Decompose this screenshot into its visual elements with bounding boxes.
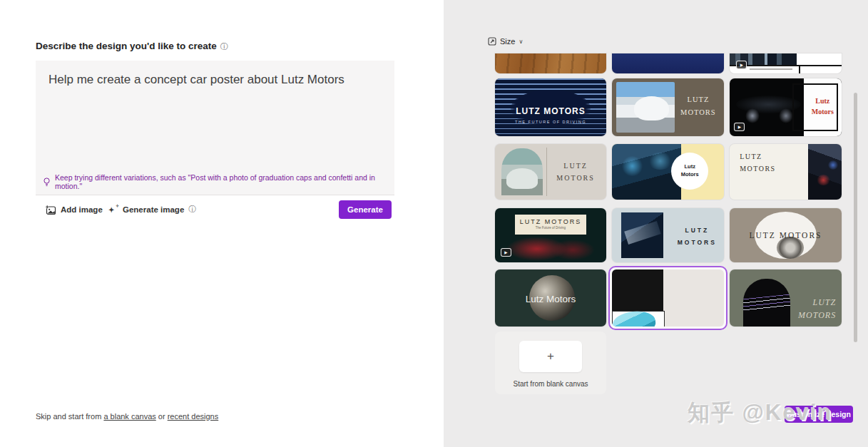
thumbnail-title: Lutz Motors xyxy=(678,163,702,178)
design-thumbnail[interactable]: LUTZ MOTORS xyxy=(612,78,724,136)
size-label: Size xyxy=(500,37,515,46)
thumbnail-photo xyxy=(612,311,665,327)
design-thumbnail[interactable]: ▶ xyxy=(730,53,842,73)
design-thumbnail[interactable]: LUTZ MOTORS The Future of Driving ▶ xyxy=(495,208,606,262)
skip-prefix: Skip and start from xyxy=(36,412,101,421)
play-icon: ▶ xyxy=(501,248,511,257)
thumbnail-title: Lutz Motors xyxy=(805,96,840,117)
design-thumbnail[interactable] xyxy=(495,53,606,73)
thumbnail-title: LUTZ MOTORS xyxy=(495,106,606,116)
page-title: Describe the design you'd like to create… xyxy=(36,41,228,52)
play-icon: ▶ xyxy=(736,61,747,69)
info-icon[interactable]: ⓘ xyxy=(188,205,196,215)
composer-divider xyxy=(36,195,394,195)
prompt-composer: Help me create a concept car poster abou… xyxy=(36,61,394,195)
design-thumbnail[interactable]: LUTZ MOTORS xyxy=(730,144,842,200)
design-thumbnail[interactable]: LUTZ MOTORS xyxy=(612,208,724,262)
size-dropdown[interactable]: Size ∨ xyxy=(488,37,523,46)
lightbulb-icon xyxy=(43,178,51,187)
blank-canvas-label: Start from blank canvas xyxy=(495,380,606,388)
thumbnail-subtitle: The Future of Driving xyxy=(515,226,586,230)
recent-designs-link[interactable]: recent designs xyxy=(168,412,219,421)
design-thumbnail[interactable]: LUTZ MOTORS THE FUTURE OF DRIVING xyxy=(495,78,606,136)
thumbnail-photo xyxy=(621,212,664,258)
design-thumbnail[interactable]: LUTZ MOTORS xyxy=(730,269,842,327)
play-icon: ▶ xyxy=(734,123,745,131)
generate-image-label: Generate image xyxy=(123,205,184,214)
composer-toolbar: Add image ✦ ✧ Generate image ⓘ Generate xyxy=(36,199,394,220)
page-title-text: Describe the design you'd like to create xyxy=(36,41,217,51)
thumbnail-photo xyxy=(501,148,543,195)
add-image-button[interactable]: Add image xyxy=(45,202,103,217)
design-thumbnail[interactable]: Lutz Motors ▶ xyxy=(730,78,842,136)
thumbnail-photo xyxy=(616,82,675,133)
add-image-label: Add image xyxy=(61,205,103,214)
resize-icon xyxy=(488,37,496,46)
thumbnail-title: Lutz Motors xyxy=(495,294,606,304)
sparkles-icon: ✦ ✧ xyxy=(108,205,118,215)
prompt-tip-text: Keep trying different variations, such a… xyxy=(55,173,389,190)
add-image-icon xyxy=(45,205,56,215)
thumbnail-title: LUTZ MOTORS xyxy=(515,218,586,225)
design-thumbnail[interactable]: Lutz Motors xyxy=(495,269,606,327)
design-thumbnail-selected[interactable]: Lutz Motors xyxy=(608,266,727,330)
thumbnail-title: LUTZ MOTORS xyxy=(740,150,790,175)
thumbnail-photo xyxy=(743,279,790,327)
prompt-input[interactable]: Help me create a concept car poster abou… xyxy=(48,72,384,88)
info-icon[interactable]: ⓘ xyxy=(220,42,228,51)
thumbnail-title: LUTZ MOTORS xyxy=(677,93,720,119)
generate-image-button[interactable]: ✦ ✧ Generate image ⓘ xyxy=(108,202,196,217)
scrollbar-thumb[interactable] xyxy=(854,93,857,342)
prompt-tip: Keep trying different variations, such a… xyxy=(43,173,389,190)
blank-canvas-link[interactable]: a blank canvas xyxy=(103,412,155,421)
generate-button[interactable]: Generate xyxy=(339,200,392,219)
design-thumbnail[interactable] xyxy=(612,53,724,73)
thumbnail-photo xyxy=(808,144,842,200)
thumbnail-subtitle: THE FUTURE OF DRIVING xyxy=(495,120,606,124)
thumbnail-title: LUTZ MOTORS xyxy=(673,225,720,249)
designer-create-screen: Describe the design you'd like to create… xyxy=(0,0,868,447)
thumbnail-title: LUTZ MOTORS xyxy=(730,231,842,240)
skip-or: or xyxy=(158,412,165,421)
design-thumbnail[interactable]: LUTZ MOTORS xyxy=(495,144,606,200)
thumbnail-title: LUTZ MOTORS xyxy=(792,296,836,322)
design-thumbnail[interactable]: Lutz Motors xyxy=(612,144,724,200)
plus-icon[interactable]: + xyxy=(519,341,582,372)
start-blank-canvas-tile[interactable]: + Start from blank canvas xyxy=(495,332,606,394)
skip-options: Skip and start from a blank canvas or re… xyxy=(36,412,218,421)
thumbnail-title: LUTZ MOTORS xyxy=(548,160,603,184)
chevron-down-icon: ∨ xyxy=(519,38,523,45)
design-thumbnail[interactable]: LUTZ MOTORS xyxy=(730,208,842,262)
customize-design-button[interactable]: Customize design xyxy=(785,406,853,423)
